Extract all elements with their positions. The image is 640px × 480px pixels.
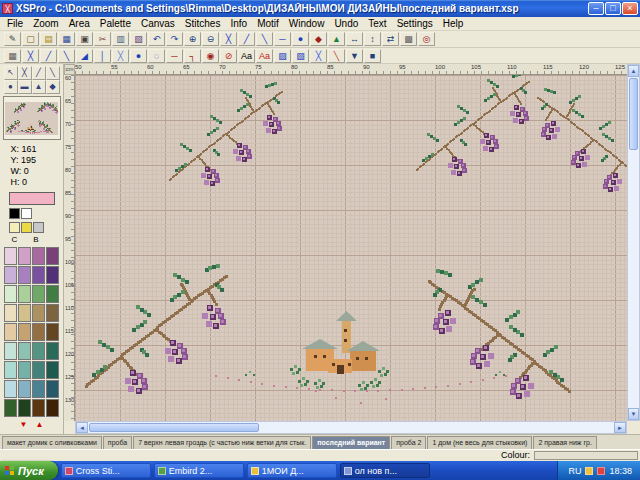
palette-swatch[interactable] [18,266,31,284]
language-indicator[interactable]: RU [568,466,581,476]
palette-swatch[interactable] [4,342,17,360]
stitch-toolbar-button[interactable]: ─ [166,49,183,63]
mini-tool-button[interactable]: ↖ [4,66,18,80]
scroll-up-icon[interactable]: ▲ [628,65,639,77]
toolbar-button[interactable]: ✂ [94,32,111,46]
menu-item[interactable]: Info [225,17,252,30]
tray-icon[interactable] [597,467,605,475]
toolbar-button[interactable]: ╲ [256,32,273,46]
stitch-toolbar-button[interactable]: ╲ [58,49,75,63]
palette-swatch[interactable] [46,247,59,265]
palette-swatch[interactable] [32,304,45,322]
palette-swatch[interactable] [18,304,31,322]
mini-tool-button[interactable]: ▬ [18,80,32,94]
stitch-toolbar-button[interactable]: ╳ [310,49,327,63]
palette-swatch[interactable] [46,361,59,379]
horizontal-scrollbar[interactable]: ◄ ► [75,421,627,434]
toolbar-button[interactable]: ◎ [418,32,435,46]
menu-item[interactable]: Stitches [180,17,226,30]
pattern-tab[interactable]: 1 дом (не весь для стыковки) [427,436,532,449]
toolbar-button[interactable]: ↕ [364,32,381,46]
stitch-canvas[interactable] [75,75,627,421]
horizontal-scroll-track[interactable] [88,422,614,433]
palette-swatch[interactable] [9,222,20,233]
mini-tool-button[interactable]: ● [4,80,18,94]
toolbar-button[interactable]: ▢ [22,32,39,46]
vertical-scroll-thumb[interactable] [629,78,638,150]
stitch-toolbar-button[interactable]: ■ [364,49,381,63]
vertical-scroll-track[interactable] [628,77,639,408]
palette-swatch[interactable] [21,208,32,219]
palette-swatch[interactable] [4,285,17,303]
palette-swatch[interactable] [32,247,45,265]
palette-swatch[interactable] [4,323,17,341]
palette-swatch[interactable] [4,361,17,379]
toolbar-button[interactable]: ╱ [238,32,255,46]
stitch-toolbar-button[interactable]: ╳ [112,49,129,63]
toolbar-button[interactable]: ╳ [220,32,237,46]
scroll-left-icon[interactable]: ◄ [76,422,88,433]
menu-item[interactable]: Zoom [28,17,64,30]
palette-swatch[interactable] [4,304,17,322]
palette-swatch[interactable] [32,266,45,284]
menu-item[interactable]: Motif [252,17,284,30]
toolbar-button[interactable]: ◆ [310,32,327,46]
palette-swatch[interactable] [4,266,17,284]
toolbar-button[interactable]: ▦ [58,32,75,46]
pattern-tab[interactable]: проба 2 [391,436,426,449]
stitch-toolbar-button[interactable]: ⊘ [220,49,237,63]
minimize-button[interactable]: – [588,2,604,15]
menu-item[interactable]: Window [284,17,330,30]
horizontal-scroll-thumb[interactable] [89,423,259,432]
stitch-toolbar-button[interactable]: ◌ [148,49,165,63]
palette-swatch[interactable] [18,380,31,398]
scroll-down-icon[interactable]: ▼ [628,408,639,420]
toolbar-button[interactable]: ▣ [76,32,93,46]
mini-tool-button[interactable]: ◆ [46,80,60,94]
palette-swatch[interactable] [33,222,44,233]
palette-swatch[interactable] [32,399,45,417]
stitch-toolbar-button[interactable]: Aa [256,49,273,63]
stitch-toolbar-button[interactable]: ▨ [274,49,291,63]
palette-swatch[interactable] [4,247,17,265]
scroll-right-icon[interactable]: ► [614,422,626,433]
stitch-toolbar-button[interactable]: ╲ [328,49,345,63]
mini-tool-button[interactable]: ╲ [46,66,60,80]
toolbar-button[interactable]: ▥ [112,32,129,46]
toolbar-button[interactable]: ✎ [4,32,21,46]
stitch-toolbar-button[interactable]: ▼ [346,49,363,63]
palette-swatch[interactable] [18,342,31,360]
start-button[interactable]: Пуск [0,461,58,480]
menu-item[interactable]: Undo [329,17,363,30]
stitch-toolbar-button[interactable]: Aa [238,49,255,63]
stitch-toolbar-button[interactable]: ▦ [4,49,21,63]
palette-swatch[interactable] [32,323,45,341]
mini-tool-button[interactable]: ╱ [32,66,46,80]
palette-swatch[interactable] [4,399,17,417]
taskbar-app-button[interactable]: Embird 2... [154,463,244,478]
toolbar-button[interactable]: ● [292,32,309,46]
taskbar-app-button[interactable]: Cross Sti... [61,463,151,478]
palette-swatch[interactable] [46,342,59,360]
palette-scroll-up-icon[interactable]: ▲ [36,420,44,430]
pattern-tab[interactable]: 2 правая ниж гр. [533,436,596,449]
vertical-scrollbar[interactable]: ▲ ▼ [627,64,640,421]
palette-swatch[interactable] [21,222,32,233]
stitch-toolbar-button[interactable]: ╳ [22,49,39,63]
maximize-button[interactable]: □ [605,2,621,15]
stitch-toolbar-button[interactable]: ◢ [76,49,93,63]
palette-swatch[interactable] [9,208,20,219]
taskbar-app-button[interactable]: 1МОИ Д... [247,463,337,478]
palette-swatch[interactable] [32,342,45,360]
palette-swatch[interactable] [18,285,31,303]
menu-item[interactable]: Settings [392,17,438,30]
menu-item[interactable]: Area [64,17,95,30]
toolbar-button[interactable]: ⊖ [202,32,219,46]
palette-swatch[interactable] [46,380,59,398]
toolbar-button[interactable]: ▤ [40,32,57,46]
toolbar-button[interactable]: ⊕ [184,32,201,46]
menu-item[interactable]: File [2,17,28,30]
stitch-toolbar-button[interactable]: ╱ [40,49,57,63]
palette-swatch[interactable] [18,361,31,379]
close-button[interactable]: × [622,2,638,15]
